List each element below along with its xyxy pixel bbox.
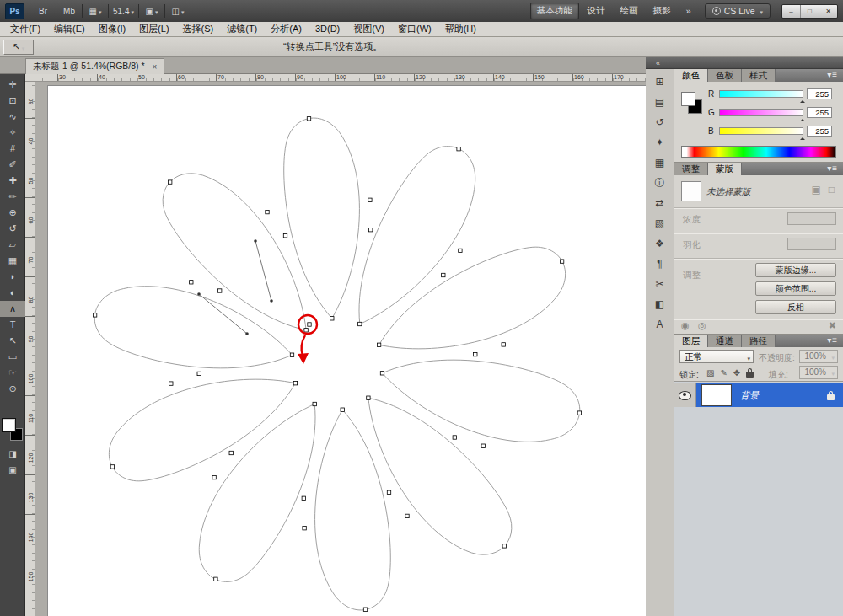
lock-position-icon[interactable]: ✥ [733, 368, 740, 378]
anchor-point[interactable] [330, 317, 334, 320]
character-panel-icon[interactable]: A [651, 319, 669, 331]
tab-color[interactable]: 颜色 [674, 69, 708, 82]
lasso-tool[interactable]: ∿ [0, 109, 25, 125]
anchor-point[interactable] [369, 228, 373, 232]
shape-tool[interactable]: ▭ [0, 349, 25, 365]
anchor-point[interactable] [502, 343, 505, 346]
quick-selection-tool[interactable]: ✧ [0, 125, 25, 141]
marquee-tool[interactable]: ⊡ [0, 93, 25, 109]
anchor-point[interactable] [481, 444, 485, 447]
menu-item[interactable]: 选择(S) [176, 22, 221, 36]
bridge-icon[interactable]: Br [30, 4, 56, 18]
tab-close-icon[interactable]: × [153, 62, 158, 72]
workspace-button-1[interactable]: 基本功能 [530, 3, 579, 19]
blue-channel-slider[interactable] [719, 127, 803, 135]
view-extras-icon[interactable]: ▦ [82, 4, 108, 18]
styles-panel-icon[interactable]: ✦ [651, 137, 669, 149]
brush-tool[interactable]: ✏ [0, 189, 25, 205]
paragraph-panel-icon[interactable]: ¶ [651, 258, 669, 271]
clone-source-panel-icon[interactable]: ❖ [651, 238, 669, 250]
handle-point[interactable] [245, 332, 249, 335]
handle-point[interactable] [270, 299, 273, 303]
anchor-point[interactable] [214, 577, 217, 581]
red-channel-slider[interactable] [719, 90, 803, 98]
screen-mode-icon[interactable]: ◫ [164, 4, 191, 18]
blue-channel-value[interactable]: 255 [807, 126, 832, 137]
tab-styles[interactable]: 样式 [742, 69, 776, 82]
cs-live-button[interactable]: CS Live [705, 3, 771, 19]
anchor-point[interactable] [304, 329, 308, 332]
menu-item[interactable]: 图像(I) [92, 22, 132, 36]
crop-tool[interactable]: # [0, 141, 25, 157]
panel-menu-icon[interactable] [827, 335, 838, 345]
anchor-point[interactable] [368, 198, 372, 201]
gradient-tool[interactable]: ▦ [0, 253, 25, 269]
lock-pixels-icon[interactable]: ✎ [720, 368, 727, 378]
green-channel-slider[interactable] [719, 109, 803, 116]
anchor-point[interactable] [459, 249, 462, 252]
anchor-point[interactable] [560, 260, 563, 263]
workspace-button-3[interactable]: 绘画 [614, 3, 645, 19]
anchor-point[interactable] [190, 281, 193, 284]
handle-point[interactable] [197, 292, 201, 296]
apply-mask-icon[interactable]: ◉ [681, 321, 690, 330]
workspace-button-2[interactable]: 设计 [581, 3, 612, 19]
tool-preset-picker[interactable]: ↖ [3, 40, 34, 55]
anchor-point[interactable] [212, 475, 216, 479]
menu-item[interactable]: 3D(D) [309, 22, 346, 36]
document-tab[interactable]: 未标题-1 @ 51.4%(RGB/8) * × [25, 58, 164, 74]
screen-mode-button[interactable]: ▣ [0, 462, 25, 478]
color-spectrum-ramp[interactable] [681, 146, 836, 158]
handle-point[interactable] [254, 239, 257, 243]
layer-thumbnail[interactable] [701, 384, 732, 406]
type-tool[interactable]: T [0, 317, 25, 333]
green-channel-value[interactable]: 255 [807, 107, 832, 118]
workspace-button-4[interactable]: 摄影 [647, 3, 678, 19]
anchor-point[interactable] [457, 147, 460, 151]
anchor-point[interactable] [302, 496, 305, 500]
actions-panel-icon[interactable]: ⇄ [651, 197, 669, 210]
anchor-point[interactable] [303, 527, 306, 530]
anchor-point[interactable] [577, 411, 581, 415]
tab-adjustments[interactable]: 调整 [674, 163, 708, 175]
eraser-tool[interactable]: ▱ [0, 237, 25, 253]
anchor-point[interactable] [474, 352, 477, 356]
anchor-point[interactable] [363, 608, 367, 611]
density-input[interactable] [787, 212, 836, 225]
menu-item[interactable]: 编辑(E) [47, 22, 92, 36]
lock-transparent-icon[interactable]: ▨ [706, 368, 714, 378]
menu-item[interactable]: 窗口(W) [391, 22, 438, 36]
zoom-tool[interactable]: ⊙ [0, 381, 25, 397]
eyedropper-tool[interactable]: ✐ [0, 157, 25, 173]
tab-channels[interactable]: 通道 [708, 335, 742, 347]
panel-menu-icon[interactable] [827, 163, 838, 173]
history-brush-tool[interactable]: ↺ [0, 221, 25, 237]
vector-mask-icon[interactable]: □ [829, 184, 835, 196]
lock-all-icon[interactable] [746, 372, 754, 378]
tool-presets-panel-icon[interactable]: ▧ [651, 217, 669, 230]
anchor-point[interactable] [266, 210, 269, 213]
tab-paths[interactable]: 路径 [742, 335, 776, 347]
blend-mode-select[interactable]: 正常 [679, 350, 754, 363]
dodge-tool[interactable]: ◐ [0, 285, 25, 301]
anchor-point[interactable] [387, 490, 390, 494]
move-tool[interactable]: ✛ [0, 77, 25, 93]
menu-item[interactable]: 分析(A) [264, 22, 309, 36]
anchor-point[interactable] [358, 322, 362, 325]
anchor-point[interactable] [405, 514, 409, 517]
panel-menu-icon[interactable] [827, 70, 838, 79]
anchor-point[interactable] [169, 382, 173, 385]
history-panel-icon[interactable]: ↺ [651, 116, 669, 129]
disable-mask-icon[interactable]: ◎ [698, 321, 706, 330]
notes-panel-icon[interactable]: ✂ [651, 278, 669, 291]
direction-handle[interactable] [255, 241, 271, 301]
masks-panel-icon[interactable]: ◧ [651, 298, 669, 311]
anchor-point[interactable] [93, 313, 96, 317]
anchor-point[interactable] [341, 408, 344, 411]
menu-item[interactable]: 帮助(H) [438, 22, 483, 36]
anchor-point[interactable] [502, 544, 506, 548]
canvas-area[interactable] [35, 82, 646, 616]
anchor-point[interactable] [313, 402, 316, 405]
anchor-point[interactable] [380, 372, 384, 375]
feather-input[interactable] [787, 238, 836, 250]
